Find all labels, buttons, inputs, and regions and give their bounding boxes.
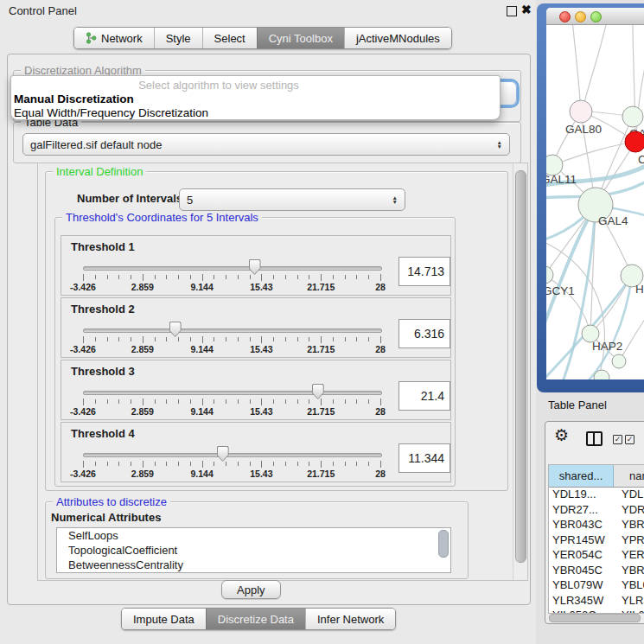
tick-mark	[226, 337, 226, 341]
network-edge[interactable]	[546, 241, 604, 379]
threshold-value-field[interactable]: 11.344	[399, 443, 450, 473]
table-row[interactable]: YLR345WYLR3	[549, 594, 644, 609]
tick-mark	[166, 399, 167, 404]
network-node[interactable]	[612, 354, 626, 368]
tick-mark	[285, 275, 286, 279]
tick-mark	[214, 275, 214, 279]
zoom-traffic-light-icon[interactable]	[590, 11, 602, 22]
table-row[interactable]: YDR27...YDR2	[549, 503, 644, 519]
network-node[interactable]	[570, 100, 592, 123]
tick-label: 28	[375, 406, 386, 417]
network-icon	[86, 32, 97, 44]
cell-name: YER0	[616, 548, 644, 564]
tab-discretize-data[interactable]: Discretize Data	[206, 609, 305, 629]
tick-mark	[345, 337, 346, 341]
tick-mark	[356, 337, 357, 341]
slider-thumb[interactable]	[312, 384, 324, 399]
network-node[interactable]	[625, 131, 644, 152]
column-header-shared-name[interactable]: shared...	[549, 465, 614, 487]
horizontal-scrollbar-thumb[interactable]	[549, 614, 641, 622]
network-node[interactable]	[622, 106, 643, 127]
network-edge[interactable]	[572, 25, 581, 112]
algorithm-option-equal-width[interactable]: Equal Width/Frequency Discretization	[14, 106, 208, 119]
tab-label: Style	[166, 32, 191, 45]
tab-style[interactable]: Style	[154, 28, 202, 48]
attribute-list-item[interactable]: SelfLoops	[57, 528, 450, 543]
network-node-label: GAL4	[598, 214, 628, 227]
vertical-scrollbar-thumb[interactable]	[515, 170, 526, 563]
float-window-icon[interactable]	[507, 6, 517, 16]
tick-mark	[368, 275, 369, 279]
threshold-value-field[interactable]: 14.713	[399, 257, 450, 286]
slider-thumb[interactable]	[169, 322, 182, 337]
column-header-name[interactable]: name	[614, 465, 644, 487]
table-data-combo[interactable]: galFiltered.sif default node ▲▼	[22, 133, 510, 156]
tick-mark	[95, 462, 96, 466]
threshold-value-field[interactable]: 6.316	[399, 319, 450, 348]
tab-cyni-toolbox[interactable]: Cyni Toolbox	[257, 28, 344, 48]
numerical-attributes-list[interactable]: SelfLoopsTopologicalCoefficientBetweenne…	[56, 527, 451, 573]
tick-mark	[226, 462, 226, 466]
slider-thumb[interactable]	[217, 446, 229, 462]
tick-mark	[155, 275, 156, 279]
attribute-list-item[interactable]: BetweennessCentrality	[57, 558, 450, 572]
slider-thumb[interactable]	[249, 259, 261, 275]
tick-mark	[238, 462, 239, 466]
vertical-scrollbar[interactable]	[513, 163, 527, 580]
tick-mark	[95, 399, 96, 404]
tick-mark	[214, 399, 214, 404]
table-row[interactable]: YBL079WYBL0	[549, 578, 644, 594]
checkbox-icon[interactable]: ✓	[613, 435, 622, 444]
tick-label: -3.426	[70, 469, 96, 479]
tick-mark	[238, 337, 239, 341]
network-node-label: C	[638, 153, 644, 166]
threshold-label: Threshold 3	[71, 365, 135, 378]
table-row[interactable]: YPR145WYPR1	[549, 533, 644, 549]
tick-mark	[238, 399, 239, 404]
tick-mark	[155, 399, 156, 404]
tab-impute-data[interactable]: Impute Data	[122, 609, 206, 629]
thresholds-coordinates-title: Threshold's Coordinates for 5 Intervals	[62, 211, 262, 224]
tick-mark	[83, 399, 84, 405]
apply-button[interactable]: Apply	[221, 580, 281, 599]
tick-mark	[380, 461, 381, 468]
list-scrollbar[interactable]	[438, 530, 449, 558]
close-traffic-light-icon[interactable]	[559, 11, 571, 22]
attribute-list-item[interactable]: TopologicalCoefficient	[57, 543, 450, 558]
gear-icon[interactable]: ⚙	[554, 427, 569, 443]
tick-mark	[345, 462, 346, 466]
table-body: YDL19...YDL1YDR27...YDR2YBR043CYBR0YPR14…	[549, 488, 644, 614]
table-row[interactable]: YBR045CYBR0	[549, 564, 644, 579]
tab-network[interactable]: Network	[74, 28, 154, 48]
tick-label: 28	[375, 282, 386, 292]
table-row[interactable]: YDL19...YDL1	[549, 488, 644, 503]
network-node[interactable]	[546, 266, 553, 284]
tick-label: 28	[375, 469, 386, 479]
tab-infer-network[interactable]: Infer Network	[305, 609, 395, 629]
network-canvas[interactable]: GAL80GACGAL11GAL4GCY1HHAP2	[546, 25, 644, 379]
number-of-intervals-label: Number of Intervals	[77, 192, 182, 205]
checkbox-icon[interactable]: ✓	[625, 435, 634, 444]
minimize-traffic-light-icon[interactable]	[575, 11, 586, 22]
tick-mark	[118, 399, 119, 404]
tick-mark	[297, 337, 298, 341]
network-window-titlebar[interactable]	[546, 8, 644, 25]
split-view-icon[interactable]	[586, 431, 603, 446]
tab-select[interactable]: Select	[202, 28, 257, 48]
tab-jactivemnodules[interactable]: jActiveMNodules	[344, 28, 451, 48]
threshold-value-field[interactable]: 21.4	[399, 381, 450, 411]
table-row[interactable]: YBR043CYBR0	[549, 518, 644, 533]
tick-mark	[166, 462, 167, 466]
number-of-intervals-combo[interactable]: 5 ▲▼	[179, 188, 405, 211]
algorithm-option-manual[interactable]: Manual Discretization	[14, 92, 134, 105]
cell-name: YBL0	[616, 578, 644, 594]
algorithm-placeholder-option[interactable]: Select algorithm to view settings	[11, 79, 426, 92]
tick-mark	[380, 274, 381, 281]
cell-shared-name: YPR145W	[549, 533, 616, 549]
cell-shared-name: YER054C	[549, 548, 616, 564]
combo-stepper-icon: ▲▼	[492, 140, 502, 149]
tick-mark	[321, 399, 322, 405]
network-edge[interactable]	[583, 25, 607, 110]
close-icon[interactable]: ✖	[521, 3, 532, 16]
table-row[interactable]: YER054CYER0	[549, 548, 644, 564]
